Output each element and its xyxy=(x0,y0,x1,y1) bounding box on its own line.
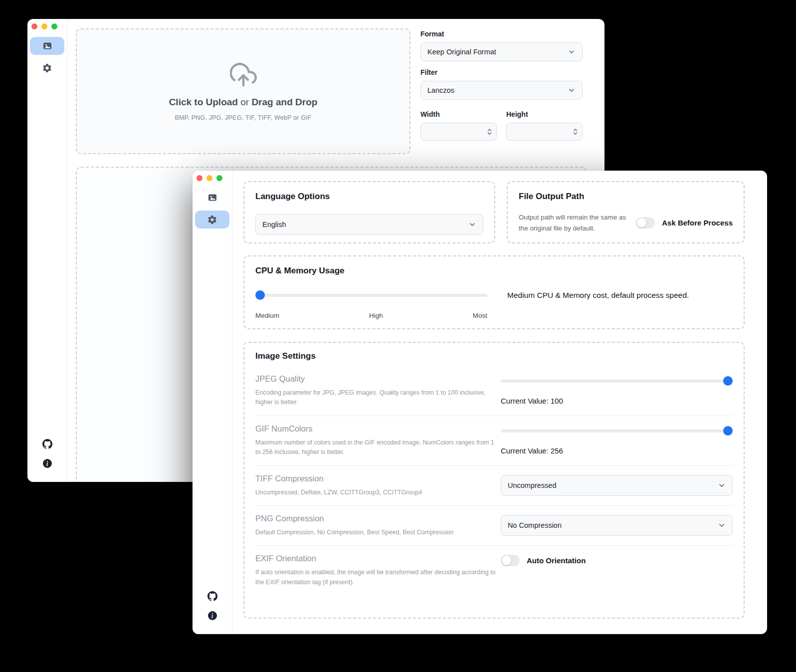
info-button[interactable] xyxy=(208,611,217,620)
png-compression-select[interactable]: No Compression xyxy=(501,515,733,536)
toggle-knob xyxy=(502,556,511,565)
filter-label: Filter xyxy=(420,68,583,76)
image-icon xyxy=(42,41,52,51)
setting-description: Encoding parameter for JPG, JPEG images.… xyxy=(255,388,498,408)
github-icon xyxy=(42,439,52,449)
png-compression-value: No Compression xyxy=(508,521,562,529)
setting-name: GIF NumColors xyxy=(255,424,498,434)
cpu-memory-slider[interactable] xyxy=(255,290,487,300)
setting-description: Maximum number of colors used in the GIF… xyxy=(255,438,498,457)
upload-dropzone[interactable]: Click to Upload or Drag and Drop BMP, PN… xyxy=(76,28,410,154)
tick-label-most: Most xyxy=(473,312,487,319)
language-select-value: English xyxy=(262,221,286,228)
close-button[interactable] xyxy=(31,23,37,29)
gif-numcolors-current-value: Current Value: 256 xyxy=(501,447,733,455)
image-settings-section: Image Settings JPEG Quality Encoding par… xyxy=(243,342,745,619)
settings-window: Language Options English File Output Pat… xyxy=(193,171,767,634)
exif-orientation-row: EXIF Orientation If auto orientation is … xyxy=(255,545,733,595)
setting-name: JPEG Quality xyxy=(255,374,498,384)
setting-name: TIFF Compression xyxy=(255,474,498,483)
gif-numcolors-slider[interactable] xyxy=(501,426,733,436)
minimize-button[interactable] xyxy=(41,23,47,29)
jpeg-quality-row: JPEG Quality Encoding parameter for JPG,… xyxy=(255,366,733,416)
gear-icon xyxy=(42,63,52,73)
window-controls xyxy=(197,175,222,181)
tiff-compression-select[interactable]: Uncompressed xyxy=(501,475,733,496)
section-title: Language Options xyxy=(255,192,483,202)
section-title: File Output Path xyxy=(519,192,733,202)
language-options-section: Language Options English xyxy=(243,181,495,243)
height-field xyxy=(506,123,583,141)
stepper-icon[interactable] xyxy=(573,128,578,136)
info-icon xyxy=(208,611,217,620)
section-title: CPU & Memory Usage xyxy=(255,266,733,276)
auto-orientation-label: Auto Orientation xyxy=(527,556,586,565)
github-button[interactable] xyxy=(42,439,52,449)
zoom-button[interactable] xyxy=(51,23,57,29)
height-input[interactable] xyxy=(513,128,570,136)
format-label: Format xyxy=(420,30,583,38)
tick-label-medium: Medium xyxy=(255,312,279,319)
png-compression-row: PNG Compression Default Compression, No … xyxy=(255,505,733,545)
format-select-value: Keep Original Format xyxy=(427,48,496,56)
filter-select[interactable]: Lanczos xyxy=(420,81,583,100)
ask-before-process-label: Ask Before Process xyxy=(662,219,733,227)
sidebar xyxy=(27,19,67,482)
language-select[interactable]: English xyxy=(255,214,483,235)
sidebar-item-images[interactable] xyxy=(195,189,229,207)
supported-formats: BMP, PNG, JPG, JPEG, TIF, TIFF, WebP or … xyxy=(175,114,311,121)
slider-thumb[interactable] xyxy=(255,290,265,300)
slider-thumb[interactable] xyxy=(723,376,733,386)
chevron-down-icon xyxy=(568,86,576,94)
tiff-compression-row: TIFF Compression Uncompressed, Deflate, … xyxy=(255,465,733,505)
filter-select-value: Lanczos xyxy=(427,86,454,94)
cpu-slider-ticks: Medium High Most xyxy=(255,312,487,319)
setting-name: EXIF Orientation xyxy=(255,554,498,563)
info-button[interactable] xyxy=(43,459,52,468)
sidebar-footer xyxy=(194,591,230,620)
sidebar-item-settings[interactable] xyxy=(30,59,64,77)
slider-thumb[interactable] xyxy=(723,426,733,436)
dimensions-row: Width Height xyxy=(420,106,583,141)
chevron-down-icon xyxy=(568,48,576,56)
width-label: Width xyxy=(420,110,497,118)
toggle-knob xyxy=(637,218,646,227)
zoom-button[interactable] xyxy=(216,175,222,181)
github-icon xyxy=(207,591,217,601)
setting-name: PNG Compression xyxy=(255,514,498,523)
gear-icon xyxy=(207,215,217,225)
format-select[interactable]: Keep Original Format xyxy=(420,42,583,61)
width-field xyxy=(420,123,497,141)
upload-title-click: Click to Upload xyxy=(169,97,238,107)
jpeg-quality-slider[interactable] xyxy=(501,376,733,386)
output-path-description: Output path will remain the same as the … xyxy=(519,212,636,233)
setting-description: Uncompressed, Deflate, LZW, CCITTGroup3,… xyxy=(255,488,498,497)
tick-label-high: High xyxy=(369,312,383,319)
close-button[interactable] xyxy=(197,175,202,181)
ask-before-process-toggle[interactable] xyxy=(636,217,655,228)
window-controls xyxy=(31,23,57,29)
slider-track xyxy=(255,294,487,297)
desktop: { "colors": { "accent_blue": "#2273f2", … xyxy=(0,0,796,672)
jpeg-quality-current-value: Current Value: 100 xyxy=(501,397,733,405)
chevron-down-icon xyxy=(468,221,476,228)
slider-track xyxy=(501,430,733,433)
github-button[interactable] xyxy=(207,591,217,601)
gif-numcolors-row: GIF NumColors Maximum number of colors u… xyxy=(255,416,733,465)
sidebar-footer xyxy=(29,439,65,468)
sidebar-item-settings[interactable] xyxy=(195,211,229,228)
auto-orientation-toggle[interactable] xyxy=(501,555,520,566)
minimize-button[interactable] xyxy=(206,175,212,181)
cpu-status-text: Medium CPU & Memory cost, default proces… xyxy=(507,291,689,319)
slider-track xyxy=(501,380,733,383)
width-input[interactable] xyxy=(427,128,484,136)
image-icon xyxy=(207,193,217,203)
chevron-down-icon xyxy=(718,481,726,489)
cpu-memory-section: CPU & Memory Usage Medium High Most Medi… xyxy=(243,255,745,329)
upload-title-drag: Drag and Drop xyxy=(251,97,317,107)
cloud-upload-icon xyxy=(230,62,257,89)
format-panel: Format Keep Original Format Filter Lancz… xyxy=(420,26,583,141)
sidebar-item-images[interactable] xyxy=(30,37,64,55)
file-output-path-section: File Output Path Output path will remain… xyxy=(507,181,745,243)
stepper-icon[interactable] xyxy=(487,128,492,136)
